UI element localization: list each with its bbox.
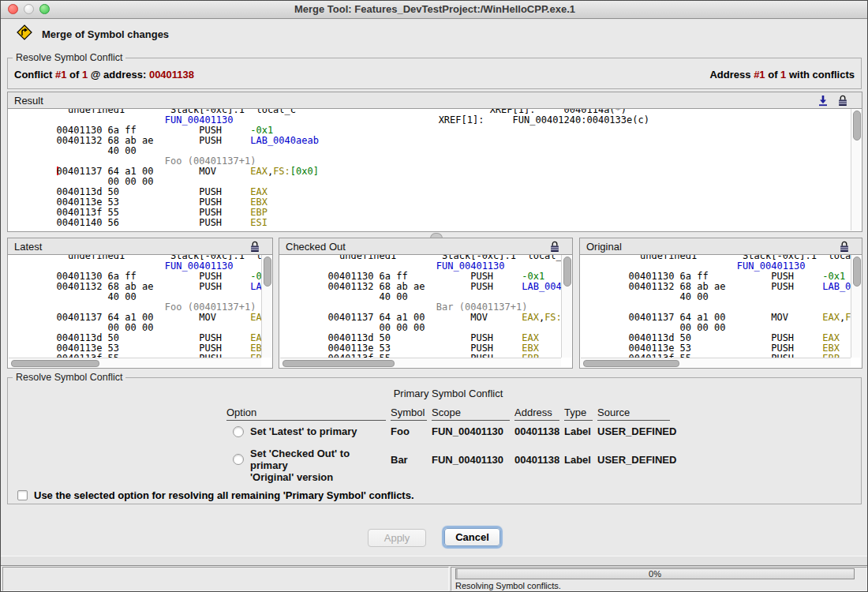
column-header-source: Source bbox=[597, 407, 670, 421]
latest-option-row[interactable]: Set 'Latest' to primary bbox=[226, 425, 386, 437]
table-row: Set 'Latest' to primary Foo FUN_00401130… bbox=[226, 425, 670, 437]
address-value: 00401138 bbox=[514, 425, 559, 437]
table-row: Set 'Checked Out' to primary Bar FUN_004… bbox=[226, 448, 670, 471]
result-vertical-scrollbar[interactable] bbox=[851, 109, 861, 230]
original-panel: Original undefined1 Stack[-0xc]:1 local_… bbox=[579, 238, 862, 369]
merge-phase-banner: Merge of Symbol changes bbox=[17, 25, 169, 43]
lock-icon[interactable] bbox=[550, 241, 559, 256]
checked-out-panel-header: Checked Out bbox=[279, 238, 572, 255]
conflict-counter-line: Address #1 of 1 with conflicts Conflict … bbox=[14, 69, 855, 81]
listing-line: 00401140 56 PUSH ESI bbox=[17, 218, 851, 228]
banner-text: Merge of Symbol changes bbox=[42, 28, 169, 40]
latest-vertical-scrollbar[interactable] bbox=[261, 255, 271, 358]
checked-out-horizontal-scrollbar[interactable] bbox=[280, 358, 561, 367]
scope-value: FUN_00401130 bbox=[432, 448, 510, 471]
symbol-value: Bar bbox=[391, 448, 427, 471]
conflict-info-groupbox: Resolve Symbol Conflict Address #1 of 1 … bbox=[7, 58, 862, 89]
latest-listing[interactable]: undefined1 Stack[-0xc]:1 local_c FUN_004… bbox=[9, 255, 261, 358]
progress-message: Resolving Symbol conflicts. bbox=[455, 581, 561, 590]
type-value: Label bbox=[564, 448, 593, 471]
original-listing[interactable]: undefined1 Stack[-0xc]:1 local_c FUN_004… bbox=[581, 255, 851, 358]
status-message-panel bbox=[2, 567, 449, 591]
scrollbar-thumb[interactable] bbox=[583, 360, 679, 367]
apply-button[interactable]: Apply bbox=[368, 529, 426, 547]
source-value: USER_DEFINED bbox=[597, 448, 670, 471]
result-panel: Result bbox=[7, 92, 862, 232]
latest-radio[interactable] bbox=[233, 426, 244, 437]
checked-out-panel-title: Checked Out bbox=[286, 241, 346, 253]
window-title: Merge Tool: Features_DevTestProject:/Win… bbox=[1, 1, 868, 18]
address-counter: Address #1 of 1 with conflicts bbox=[709, 69, 855, 81]
scrollbar-thumb[interactable] bbox=[264, 257, 271, 287]
lock-icon[interactable] bbox=[838, 95, 847, 110]
result-listing[interactable]: undefined1 Stack[-0xc]:1 local_c XREF[1]… bbox=[9, 109, 851, 230]
checked-out-listing[interactable]: undefined1 Stack[-0xc]:1 local_c FUN_004… bbox=[280, 255, 561, 358]
latest-horizontal-scrollbar[interactable] bbox=[9, 358, 261, 367]
column-header-type: Type bbox=[564, 407, 593, 421]
progress-panel: 0% Resolving Symbol conflicts. bbox=[451, 567, 867, 591]
lock-icon[interactable] bbox=[250, 241, 260, 256]
original-panel-title: Original bbox=[586, 241, 622, 253]
merge-tool-window: Merge Tool: Features_DevTestProject:/Win… bbox=[0, 0, 868, 592]
apply-to-all-row[interactable]: Use the selected option for resolving al… bbox=[17, 489, 414, 501]
symbol-value: Foo bbox=[391, 425, 427, 437]
scrollbar-thumb[interactable] bbox=[853, 111, 861, 141]
scrollbar-thumb[interactable] bbox=[563, 257, 571, 287]
apply-to-all-label[interactable]: Use the selected option for resolving al… bbox=[34, 489, 414, 501]
listing-line: 40 00 bbox=[589, 292, 851, 302]
source-value: USER_DEFINED bbox=[597, 425, 670, 437]
column-header-scope: Scope bbox=[432, 407, 510, 421]
resolve-groupbox-legend: Resolve Symbol Conflict bbox=[13, 372, 125, 383]
apply-to-all-checkbox[interactable] bbox=[17, 490, 28, 500]
scope-value: FUN_00401130 bbox=[432, 425, 510, 437]
address-value: 00401138 bbox=[514, 448, 559, 471]
radio-label[interactable]: Set 'Latest' to primary bbox=[250, 425, 357, 437]
checked-out-vertical-scrollbar[interactable] bbox=[561, 255, 571, 358]
merge-warning-icon bbox=[17, 24, 32, 43]
listing-line: 00401132 68 ab ae PUSH LAB_0040aeab bbox=[17, 136, 851, 146]
progress-percent: 0% bbox=[456, 569, 854, 579]
scrollbar-thumb[interactable] bbox=[853, 257, 861, 287]
latest-panel-title: Latest bbox=[14, 241, 42, 253]
result-panel-header: Result bbox=[8, 92, 862, 109]
conflict-groupbox-legend: Resolve Symbol Conflict bbox=[13, 52, 125, 63]
result-panel-title: Result bbox=[14, 95, 43, 107]
goto-conflict-icon[interactable] bbox=[817, 95, 829, 110]
checked-out-radio[interactable] bbox=[233, 454, 244, 465]
column-header-option: Option bbox=[226, 407, 386, 421]
lock-icon[interactable] bbox=[840, 241, 849, 256]
type-value: Label bbox=[564, 425, 593, 437]
column-header-symbol: Symbol bbox=[391, 407, 427, 421]
title-bar: Merge Tool: Features_DevTestProject:/Win… bbox=[1, 1, 868, 19]
checked-out-panel: Checked Out undefined1 Stack[-0xc]:1 loc… bbox=[279, 238, 573, 369]
checked-out-option-row[interactable]: Set 'Checked Out' to primary bbox=[226, 448, 386, 471]
cancel-button[interactable]: Cancel bbox=[444, 528, 500, 546]
resolve-groupbox: Resolve Symbol Conflict Primary Symbol C… bbox=[7, 377, 862, 504]
original-horizontal-scrollbar[interactable] bbox=[581, 358, 851, 367]
scrollbar-thumb[interactable] bbox=[11, 360, 99, 367]
radio-label[interactable]: Set 'Checked Out' to primary bbox=[250, 448, 386, 471]
conflict-table-title: Primary Symbol Conflict bbox=[226, 388, 670, 399]
status-divider-strip bbox=[1, 556, 868, 566]
original-panel-header: Original bbox=[580, 238, 862, 255]
conflict-counter: Conflict #1 of 1 @ address: 00401138 bbox=[14, 69, 194, 81]
column-header-address: Address bbox=[514, 407, 559, 421]
latest-panel: Latest undefined1 Stack[-0xc]:1 local_c bbox=[7, 238, 273, 369]
progress-bar: 0% bbox=[455, 568, 855, 579]
conflict-table-header: Option Symbol Scope Address Type Source bbox=[226, 407, 670, 421]
original-vertical-scrollbar[interactable] bbox=[851, 255, 861, 358]
latest-panel-header: Latest bbox=[8, 238, 272, 255]
original-version-text: 'Original' version bbox=[250, 471, 333, 483]
scrollbar-thumb[interactable] bbox=[282, 360, 395, 367]
